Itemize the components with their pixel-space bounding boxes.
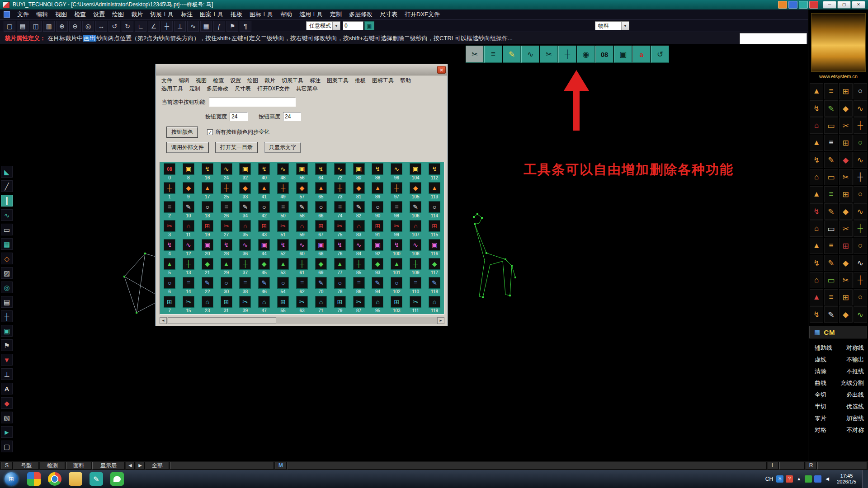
grid-tool-42[interactable]: ○42 (255, 201, 274, 220)
paragraph-icon[interactable]: ¶ (240, 21, 251, 32)
side-tool-icon-26[interactable]: ⊞ (839, 186, 853, 202)
select-tool-icon[interactable]: ◣ (1, 166, 13, 178)
grid-tool-89[interactable]: ▲89 (368, 182, 387, 201)
measure-icon[interactable]: ∟ (135, 21, 146, 32)
grid-tool-81[interactable]: ◆81 (349, 182, 368, 201)
option-不输出[interactable]: 不输出 (846, 356, 864, 364)
option-不推线[interactable]: 不推线 (846, 367, 864, 375)
dialog-menu-文件[interactable]: 文件 (158, 76, 175, 85)
status-right-button[interactable]: R (806, 462, 816, 469)
quick-launch-icon-2[interactable] (788, 1, 797, 9)
dialog-menu-其它菜单[interactable]: 其它菜单 (293, 84, 321, 93)
grid-tool-53[interactable]: ▲53 (274, 258, 292, 277)
clock[interactable]: 17:45 2026/1/5 (837, 473, 856, 485)
menu-item-编辑[interactable]: 编辑 (33, 9, 52, 19)
down-tool-icon[interactable]: ▼ (1, 354, 13, 366)
side-tool-icon-4[interactable]: ↯ (810, 100, 823, 117)
dialog-action-button-1[interactable]: 打开某一目录 (215, 142, 258, 153)
grid-tool-25[interactable]: ┼25 (217, 182, 236, 201)
grid-tool-83[interactable]: ⌂83 (349, 220, 368, 239)
grid-tool-58[interactable]: ✎58 (292, 201, 311, 220)
scissors-tool-button[interactable]: ✂ (540, 46, 558, 63)
option-必出线[interactable]: 必出线 (846, 391, 864, 399)
grid-tool-87[interactable]: ✂87 (349, 296, 368, 314)
grid-tool-50[interactable]: ≡50 (274, 201, 292, 220)
status-left-button[interactable]: L (768, 462, 778, 469)
grid-tool-77[interactable]: ▲77 (330, 258, 349, 277)
chevron-down-icon[interactable]: ▼ (621, 22, 629, 30)
side-tool-icon-1[interactable]: ≡ (824, 83, 838, 99)
letter-a-button[interactable]: a (632, 46, 651, 63)
grid-tool-1[interactable]: ┼1 (160, 182, 179, 201)
side-tool-icon-19[interactable]: ∿ (854, 152, 867, 168)
grid-tool-59[interactable]: ⌂59 (292, 220, 311, 239)
grid-tool-109[interactable]: ┼109 (406, 258, 425, 277)
grid-tool-115[interactable]: ⊞115 (425, 220, 444, 239)
grid-tool-96[interactable]: ∿96 (387, 163, 406, 182)
diamond-tool-icon[interactable]: ◇ (1, 253, 13, 264)
dialog-menu-推板[interactable]: 推板 (352, 76, 369, 85)
perpendicular-icon[interactable]: ⊥ (174, 21, 186, 32)
hatch2-tool-icon[interactable]: ▧ (1, 412, 13, 423)
dialog-menu-帮助[interactable]: 帮助 (397, 76, 414, 85)
side-tool-icon-13[interactable]: ≡ (824, 135, 838, 151)
button-height-input[interactable] (283, 112, 301, 121)
menu-item-帮助[interactable]: 帮助 (277, 9, 296, 19)
side-tool-icon-36[interactable]: ▲ (810, 238, 823, 254)
grid-tool-31[interactable]: ⊞31 (217, 296, 236, 314)
grid-tool-114[interactable]: ○114 (425, 201, 444, 220)
grid-tool-64[interactable]: ↯64 (311, 163, 330, 182)
option-全切[interactable]: 全切 (815, 391, 826, 399)
monitor-tool-button[interactable]: ▣ (614, 46, 632, 63)
quick-launch-icon-1[interactable] (778, 1, 787, 9)
side-tool-icon-28[interactable]: ↯ (810, 203, 823, 220)
side-tool-icon-54[interactable]: ◆ (839, 306, 853, 323)
grid-tool-97[interactable]: ┼97 (387, 182, 406, 201)
scroll-left-icon[interactable]: ◄ (160, 317, 167, 324)
quick-launch-icon-4[interactable] (809, 1, 818, 9)
option-对称线[interactable]: 对称线 (846, 344, 864, 352)
menu-item-推板[interactable]: 推板 (227, 9, 246, 19)
dialog-menu-视图[interactable]: 视图 (193, 76, 210, 85)
dialog-menu-裁片[interactable]: 裁片 (261, 76, 278, 85)
grid-tool-5[interactable]: ▲5 (160, 258, 179, 277)
grid-tool-78[interactable]: ○78 (330, 277, 349, 296)
grid-tool-23[interactable]: ⌂23 (198, 296, 217, 314)
side-tool-icon-22[interactable]: ✂ (839, 169, 853, 185)
grid-tool-22[interactable]: ✎22 (198, 277, 217, 296)
tray-green-icon[interactable] (805, 475, 812, 483)
grid-tool-69[interactable]: ◆69 (311, 258, 330, 277)
active-tool-icon[interactable]: ┃ (1, 195, 13, 206)
grid-tool-113[interactable]: ▲113 (425, 182, 444, 201)
rows-tool-icon[interactable]: ▤ (1, 296, 13, 308)
side-tool-icon-9[interactable]: ▭ (824, 117, 838, 134)
menu-item-多层修改[interactable]: 多层修改 (345, 9, 376, 19)
sync-color-checkbox[interactable]: ✓ (207, 129, 213, 135)
option-虚线[interactable]: 虚线 (815, 356, 826, 364)
grid-tool-106[interactable]: ✎106 (406, 201, 425, 220)
target-tool-icon[interactable]: ◎ (1, 282, 13, 293)
grid-tool-103[interactable]: ⊞103 (387, 296, 406, 314)
dialog-action-button-0[interactable]: 调用外部文件 (166, 142, 209, 153)
side-tool-icon-34[interactable]: ✂ (839, 221, 853, 237)
grid-tool-95[interactable]: ⌂95 (368, 296, 387, 314)
grid-tool-39[interactable]: ✂39 (236, 296, 255, 314)
undo-icon[interactable]: ↺ (108, 21, 120, 32)
side-tool-icon-33[interactable]: ▭ (824, 221, 838, 237)
option-不对称[interactable]: 不对称 (846, 426, 864, 434)
target-tool-button[interactable]: ◉ (577, 46, 595, 63)
grid-tool-12[interactable]: ∿12 (179, 239, 198, 258)
side-tool-icon-44[interactable]: ⌂ (810, 272, 823, 288)
cross-tool-icon[interactable]: ┼ (1, 310, 13, 322)
dialog-title-bar[interactable]: ✕ (156, 65, 447, 75)
curve-tool-button[interactable]: ∿ (521, 46, 539, 63)
grid-tool-8[interactable]: ▣8 (179, 163, 198, 182)
side-tool-icon-51[interactable]: ○ (854, 289, 867, 305)
start-button[interactable]: ⊞ (5, 472, 18, 486)
grid-tool-116[interactable]: ▣116 (425, 239, 444, 258)
grid-tool-32[interactable]: ▣32 (236, 163, 255, 182)
grid-tool-84[interactable]: ∿84 (349, 239, 368, 258)
side-tool-icon-7[interactable]: ∿ (854, 100, 867, 117)
tray-expand-icon[interactable]: ▲ (795, 475, 802, 483)
grid-tool-54[interactable]: ○54 (274, 277, 292, 296)
